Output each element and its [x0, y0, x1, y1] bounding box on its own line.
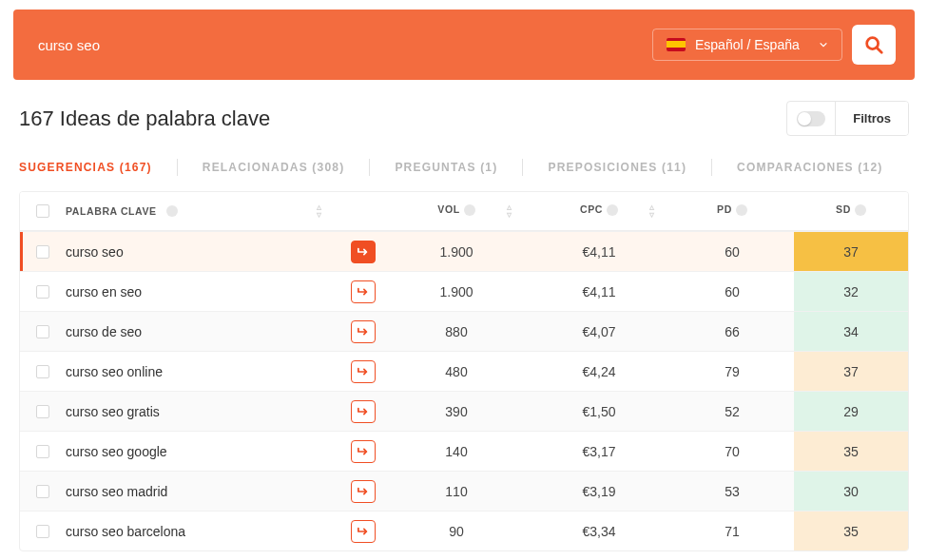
tab-3[interactable]: PREPOSICIONES (11) — [548, 153, 686, 182]
table-row[interactable]: curso seo online480€4,247937 — [20, 351, 908, 391]
header-cpc[interactable]: CPC ▵▿ — [528, 203, 670, 219]
tab-1[interactable]: RELACIONADAS (308) — [203, 153, 345, 182]
table-row[interactable]: curso en seo1.900€4,116032 — [20, 271, 908, 311]
cpc-cell: €1,50 — [528, 392, 670, 431]
table-header: PALABRA CLAVE ▵▿ VOL ▵▿ CPC ▵▿ PD SD — [20, 192, 908, 231]
expand-button[interactable] — [351, 400, 376, 423]
pd-cell: 53 — [670, 472, 794, 511]
tab-separator — [711, 159, 712, 176]
keyword-cell: curso seo madrid — [66, 472, 341, 511]
header-vol-label: VOL — [437, 203, 459, 215]
pd-cell: 66 — [670, 312, 794, 351]
header-pd[interactable]: PD — [670, 203, 794, 219]
tab-separator — [369, 159, 370, 176]
tab-separator — [522, 159, 523, 176]
filters-button[interactable]: Filtros — [835, 102, 908, 135]
table-row[interactable]: curso seo madrid110€3,195330 — [20, 471, 908, 511]
arrow-right-return-icon — [357, 446, 370, 457]
row-checkbox-cell — [20, 272, 66, 311]
cpc-cell: €3,19 — [528, 472, 670, 511]
expand-button[interactable] — [351, 280, 376, 303]
table-row[interactable]: curso seo1.900€4,116037 — [20, 231, 908, 271]
toggle-track — [797, 111, 825, 126]
header-checkbox-cell — [20, 203, 66, 219]
pd-cell: 79 — [670, 352, 794, 391]
arrow-right-return-icon — [357, 526, 370, 537]
select-all-checkbox[interactable] — [36, 204, 49, 218]
sd-badge: 35 — [794, 512, 908, 550]
search-button[interactable] — [852, 25, 896, 65]
expand-cell — [341, 392, 385, 431]
tab-2[interactable]: PREGUNTAS (1) — [395, 153, 497, 182]
sd-badge: 35 — [794, 432, 908, 471]
cpc-cell: €3,17 — [528, 432, 670, 471]
sort-icon: ▵▿ — [317, 203, 332, 219]
info-icon — [464, 204, 475, 216]
table-row[interactable]: curso de seo880€4,076634 — [20, 311, 908, 351]
expand-button[interactable] — [351, 520, 376, 543]
keyword-cell: curso en seo — [66, 272, 341, 311]
expand-button[interactable] — [351, 480, 376, 503]
expand-button[interactable] — [351, 241, 376, 263]
row-checkbox[interactable] — [36, 405, 49, 418]
cpc-cell: €3,34 — [528, 512, 670, 550]
tabs: SUGERENCIAS (167)RELACIONADAS (308)PREGU… — [0, 145, 928, 182]
tab-separator — [177, 159, 178, 176]
expand-button[interactable] — [351, 320, 376, 343]
cpc-cell: €4,11 — [528, 232, 670, 271]
row-checkbox-cell — [20, 432, 66, 471]
tab-4[interactable]: COMPARACIONES (12) — [737, 153, 882, 182]
expand-cell — [341, 432, 385, 471]
expand-button[interactable] — [351, 440, 376, 463]
row-checkbox-cell — [20, 312, 66, 351]
sd-badge: 32 — [794, 272, 908, 311]
sd-cell: 30 — [794, 472, 908, 511]
row-checkbox[interactable] — [36, 245, 49, 259]
vol-cell: 880 — [385, 312, 528, 351]
row-checkbox[interactable] — [36, 445, 49, 458]
row-checkbox[interactable] — [36, 285, 49, 299]
row-checkbox[interactable] — [36, 485, 49, 498]
sd-badge: 30 — [794, 472, 908, 511]
sd-cell: 35 — [794, 512, 908, 550]
arrow-right-return-icon — [357, 366, 370, 377]
table-row[interactable]: curso seo google140€3,177035 — [20, 431, 908, 471]
table-row[interactable]: curso seo gratis390€1,505229 — [20, 391, 908, 431]
language-select[interactable]: Español / España — [652, 29, 842, 61]
arrow-right-return-icon — [357, 326, 370, 338]
header-vol[interactable]: VOL ▵▿ — [385, 203, 528, 219]
row-checkbox[interactable] — [36, 525, 49, 538]
arrow-right-return-icon — [357, 406, 370, 417]
filters-panel: Filtros — [786, 101, 909, 136]
vol-cell: 1.900 — [385, 232, 528, 271]
keyword-table: PALABRA CLAVE ▵▿ VOL ▵▿ CPC ▵▿ PD SD cur… — [19, 191, 909, 551]
sd-badge: 37 — [794, 352, 908, 391]
keyword-cell: curso seo — [66, 232, 341, 271]
filters-toggle[interactable] — [787, 111, 835, 126]
sd-cell: 32 — [794, 272, 908, 311]
arrow-right-return-icon — [357, 286, 370, 298]
expand-cell — [341, 512, 385, 550]
info-icon — [607, 204, 618, 216]
sort-icon: ▵▿ — [649, 203, 665, 219]
table-row[interactable]: curso seo barcelona90€3,347135 — [20, 511, 908, 550]
row-checkbox[interactable] — [36, 365, 49, 378]
search-input[interactable] — [32, 29, 643, 61]
cpc-cell: €4,11 — [528, 272, 670, 311]
pd-cell: 52 — [670, 392, 794, 431]
row-checkbox[interactable] — [36, 325, 49, 338]
header-sd[interactable]: SD — [794, 203, 908, 219]
language-label: Español / España — [695, 37, 800, 52]
sd-cell: 29 — [794, 392, 908, 431]
expand-cell — [341, 232, 385, 271]
keyword-cell: curso seo gratis — [66, 392, 341, 431]
page-title: 167 Ideas de palabra clave — [19, 106, 270, 131]
arrow-right-return-icon — [357, 486, 370, 497]
pd-cell: 60 — [670, 232, 794, 271]
tab-0[interactable]: SUGERENCIAS (167) — [19, 153, 152, 182]
header-keyword[interactable]: PALABRA CLAVE ▵▿ — [66, 203, 341, 219]
expand-button[interactable] — [351, 360, 376, 383]
header-row: 167 Ideas de palabra clave Filtros — [0, 80, 928, 145]
arrow-right-return-icon — [357, 246, 370, 258]
expand-cell — [341, 272, 385, 311]
